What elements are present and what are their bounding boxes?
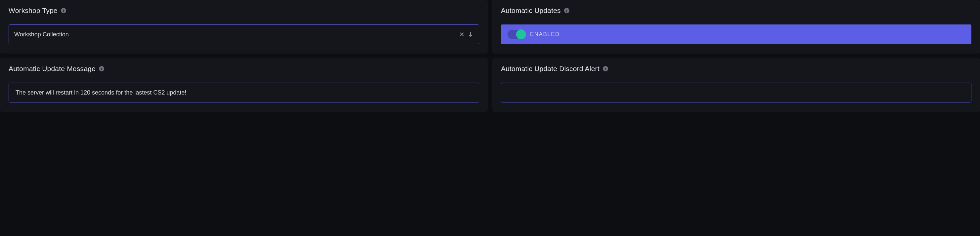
- card-title: Automatic Update Message: [9, 65, 95, 73]
- info-icon[interactable]: i: [61, 8, 66, 13]
- clear-icon[interactable]: [459, 32, 465, 37]
- card-title: Automatic Updates: [501, 6, 561, 14]
- automatic-updates-toggle-container: ENABLED: [501, 24, 971, 44]
- automatic-updates-card: Automatic Updates i ENABLED: [492, 0, 980, 54]
- card-header: Workshop Type i: [9, 6, 479, 14]
- select-value: Workshop Collection: [14, 31, 459, 38]
- workshop-type-select[interactable]: Workshop Collection: [9, 24, 479, 44]
- toggle-label: ENABLED: [530, 31, 560, 38]
- card-header: Automatic Update Message i: [9, 65, 479, 73]
- arrow-down-icon[interactable]: [468, 31, 474, 38]
- automatic-update-discord-alert-input[interactable]: [501, 82, 971, 103]
- info-icon[interactable]: i: [603, 66, 608, 71]
- card-title: Automatic Update Discord Alert: [501, 65, 600, 73]
- automatic-update-discord-alert-card: Automatic Update Discord Alert i: [492, 58, 980, 112]
- card-header: Automatic Update Discord Alert i: [501, 65, 971, 73]
- card-title: Workshop Type: [9, 6, 57, 14]
- automatic-update-message-input[interactable]: [9, 82, 479, 103]
- card-header: Automatic Updates i: [501, 6, 971, 14]
- automatic-update-message-card: Automatic Update Message i: [0, 58, 488, 112]
- info-icon[interactable]: i: [99, 66, 104, 71]
- automatic-updates-toggle[interactable]: [508, 30, 525, 39]
- toggle-knob: [516, 29, 526, 40]
- info-icon[interactable]: i: [564, 8, 570, 13]
- workshop-type-card: Workshop Type i Workshop Collection: [0, 0, 488, 54]
